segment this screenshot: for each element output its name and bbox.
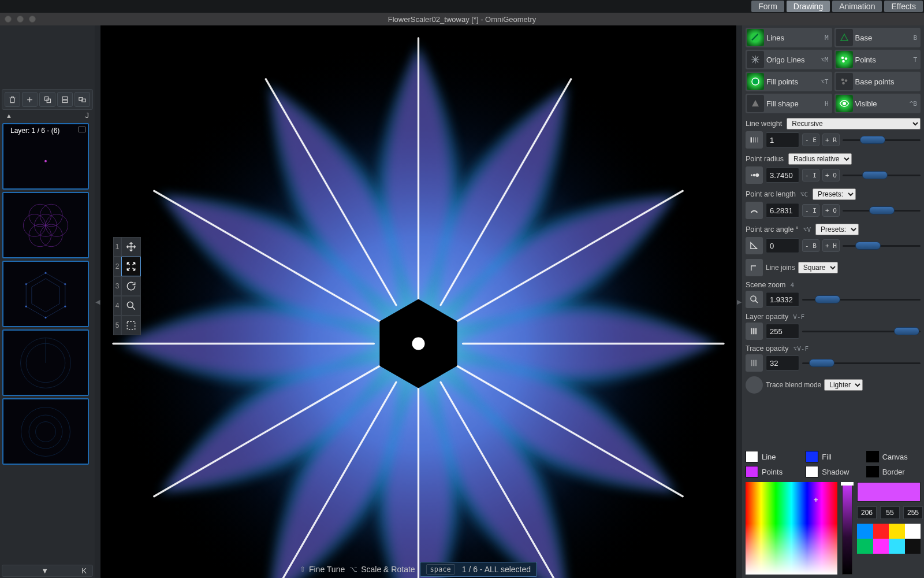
layer-thumb-1[interactable]: Layer: 1 / 6 - (6)	[2, 123, 89, 190]
group-layers-button[interactable]	[74, 92, 90, 107]
point-radius-slider[interactable]	[843, 171, 921, 179]
palette-swatch[interactable]	[905, 539, 921, 554]
minimize-icon[interactable]	[17, 16, 24, 23]
line-weight-input[interactable]	[766, 132, 799, 147]
line-joins-icon[interactable]	[746, 259, 763, 276]
arc-length-dec[interactable]: - I	[802, 204, 819, 217]
window-title: FlowerScaler02_twoway [*] - OmniGeometry	[0, 15, 924, 24]
line-joins-select[interactable]: Square	[798, 262, 838, 273]
zoom-tool[interactable]	[121, 296, 141, 316]
scale-tool[interactable]	[121, 257, 141, 276]
toggle-lines[interactable]: LinesM	[746, 28, 832, 47]
line-weight-dec[interactable]: - E	[802, 134, 819, 146]
point-radius-dec[interactable]: - I	[802, 169, 819, 181]
hue-sat-picker[interactable]: +	[746, 482, 837, 575]
fill-color-swatch[interactable]	[806, 451, 818, 462]
points-color-swatch[interactable]	[746, 466, 758, 477]
arc-angle-inc[interactable]: + H	[822, 239, 840, 252]
tab-form[interactable]: Form	[751, 1, 784, 12]
layer-nav-up[interactable]: ▲ J	[0, 110, 95, 121]
palette-swatch[interactable]	[889, 524, 905, 539]
palette-swatch[interactable]	[857, 539, 873, 554]
value-slider[interactable]	[842, 482, 852, 575]
arc-length-inc[interactable]: + O	[822, 204, 840, 217]
opacity-icon[interactable]	[746, 323, 763, 340]
palette-swatch[interactable]	[873, 539, 889, 554]
magnifier-icon[interactable]	[746, 291, 763, 308]
line-weight-label: Line weight	[746, 120, 782, 128]
trace-blend-select[interactable]: Lighter	[824, 379, 863, 391]
palette-swatch[interactable]	[889, 539, 905, 554]
tab-drawing[interactable]: Drawing	[787, 1, 830, 12]
point-radius-mode[interactable]: Radius relative	[788, 153, 852, 165]
scene-zoom-input[interactable]	[766, 292, 799, 307]
canvas-status-bar: ⇧ Fine Tune ⌥ Scale & Rotate space 1 / 6…	[100, 561, 736, 578]
palette-swatch[interactable]	[873, 524, 889, 539]
toggle-base[interactable]: BaseB	[834, 28, 921, 47]
marquee-tool[interactable]	[121, 316, 141, 335]
arc-length-presets[interactable]: Presets:	[813, 188, 856, 200]
merge-down-button[interactable]	[57, 92, 73, 107]
layer-thumb-4[interactable]	[2, 329, 89, 396]
blend-mode-icon[interactable]	[746, 376, 763, 394]
shadow-color-swatch[interactable]	[806, 466, 818, 477]
selection-indicator[interactable]: space 1 / 6 - ALL selected	[420, 562, 537, 577]
color-preview	[857, 482, 921, 502]
arc-length-slider[interactable]	[843, 206, 921, 214]
svg-point-35	[844, 57, 847, 60]
delete-layer-button[interactable]	[5, 92, 20, 107]
rgb-r-input[interactable]	[857, 506, 877, 519]
line-weight-slider[interactable]	[843, 136, 921, 144]
point-radius-inc[interactable]: + O	[822, 169, 840, 181]
trace-opacity-input[interactable]	[766, 355, 799, 370]
line-weight-icon[interactable]	[746, 131, 763, 149]
close-icon[interactable]	[5, 16, 12, 23]
toggle-points[interactable]: PointsT	[834, 50, 921, 69]
point-radius-input[interactable]	[766, 168, 799, 183]
canvas[interactable]: ⇧ Fine Tune ⌥ Scale & Rotate space 1 / 6…	[100, 25, 736, 578]
toggle-origo-lines[interactable]: Origo Lines⌥M	[746, 50, 832, 69]
layer-nav-down[interactable]: ▼ K	[2, 565, 93, 577]
arc-length-input[interactable]	[766, 203, 799, 218]
arc-angle-slider[interactable]	[843, 242, 921, 250]
rotate-tool[interactable]	[121, 276, 141, 296]
palette-swatch[interactable]	[857, 524, 873, 539]
toggle-visible[interactable]: Visible^B	[834, 94, 921, 113]
trace-opacity-icon[interactable]	[746, 354, 763, 372]
add-layer-button[interactable]	[22, 92, 38, 107]
border-color-swatch[interactable]	[866, 466, 879, 477]
layer-thumb-2[interactable]	[2, 192, 89, 258]
scene-zoom-slider[interactable]	[802, 295, 921, 303]
palette-swatch[interactable]	[905, 524, 921, 539]
rgb-g-input[interactable]	[880, 506, 900, 519]
layer-thumb-3[interactable]	[2, 261, 89, 327]
right-gutter[interactable]: ▶	[736, 25, 742, 578]
left-gutter[interactable]: ◀	[95, 25, 100, 578]
zoom-icon[interactable]	[29, 16, 36, 23]
tab-effects[interactable]: Effects	[884, 1, 923, 12]
toggle-fill-points[interactable]: Fill points⌥T	[746, 72, 832, 91]
arc-angle-dec[interactable]: - B	[802, 239, 819, 252]
eye-icon	[836, 95, 853, 112]
duplicate-layer-button[interactable]	[39, 92, 55, 107]
move-tool[interactable]	[121, 237, 141, 257]
layer-thumb-5[interactable]	[2, 398, 89, 465]
arc-angle-presets[interactable]: Presets:	[815, 224, 859, 235]
arc-length-icon[interactable]	[746, 202, 763, 219]
line-weight-mode[interactable]: Recursive	[787, 118, 921, 129]
toggle-base-points[interactable]: Base points	[834, 72, 921, 91]
layer-opacity-input[interactable]	[766, 324, 799, 339]
point-radius-icon[interactable]	[746, 166, 763, 184]
line-color-swatch[interactable]	[746, 451, 758, 462]
svg-point-17	[64, 283, 66, 285]
toggle-fill-shape[interactable]: Fill shapeH	[746, 94, 832, 113]
line-weight-inc[interactable]: + R	[822, 134, 840, 146]
svg-point-43	[753, 174, 756, 177]
arc-angle-input[interactable]	[766, 238, 799, 253]
tab-animation[interactable]: Animation	[832, 1, 882, 12]
canvas-color-swatch[interactable]	[866, 451, 879, 462]
trace-opacity-slider[interactable]	[802, 359, 921, 367]
layer-opacity-slider[interactable]	[802, 327, 921, 335]
rgb-b-input[interactable]	[903, 506, 923, 519]
arc-angle-icon[interactable]	[746, 237, 763, 254]
